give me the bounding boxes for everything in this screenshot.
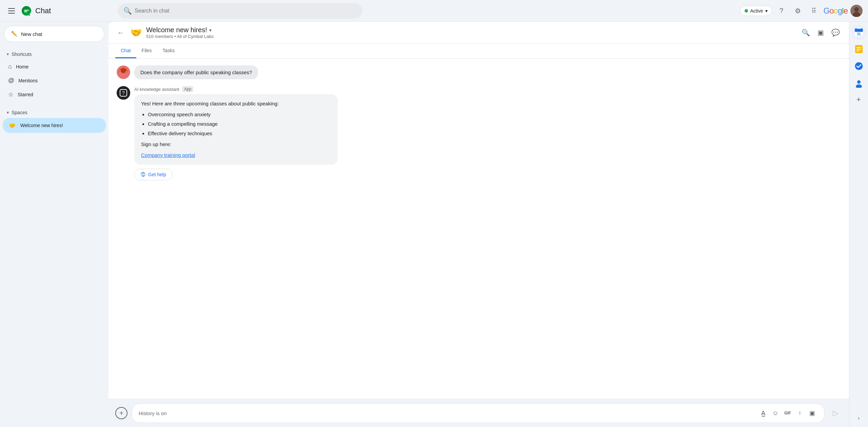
spaces-label: Spaces [12, 110, 27, 115]
spaces-section: ▾ Spaces 🤝 Welcome new hires! [3, 104, 106, 136]
sidebar-item-mentions[interactable]: @ Mentions [3, 74, 106, 87]
send-button[interactable]: ▷ [829, 406, 842, 420]
active-label: Active [750, 8, 763, 14]
chat-header-actions: 🔍 ▣ 💬 [799, 26, 842, 39]
svg-point-26 [856, 84, 862, 88]
chat-header-subtitle: 510 members • All of Cymbal Labs [146, 34, 795, 39]
home-icon: ⌂ [8, 63, 12, 70]
chat-content: ← 🤝 Welcome new hires! ▾ 510 members • A… [108, 22, 849, 427]
expand-panel-button[interactable]: › [853, 412, 865, 424]
threads-icon[interactable]: 💬 [829, 26, 842, 39]
svg-rect-18 [855, 29, 863, 32]
header-separator: • [174, 34, 177, 39]
toggle-panel-icon[interactable]: ▣ [814, 26, 827, 39]
shortcuts-section: ▾ Shortcuts ⌂ Home @ Mentions ☆ Starred [3, 46, 106, 104]
star-icon: ☆ [8, 91, 14, 98]
spaces-header[interactable]: ▾ Spaces [3, 107, 106, 118]
tab-chat[interactable]: Chat [115, 44, 136, 58]
search-input[interactable] [135, 8, 357, 14]
svg-rect-21 [856, 47, 861, 48]
video-call-icon[interactable]: ▣ [807, 408, 817, 419]
svg-rect-22 [856, 49, 861, 49]
topbar: Chat 🔍 Active ▾ ? ⚙ ⠿ Google [0, 0, 868, 22]
get-help-label: Get help [148, 172, 166, 177]
chat-title: Welcome new hires! ▾ [146, 26, 795, 34]
get-help-button[interactable]: ⓵ Get help [134, 169, 173, 180]
ai-signup-text: Sign up here: [141, 140, 331, 148]
chat-header: ← 🤝 Welcome new hires! ▾ 510 members • A… [108, 22, 849, 44]
search-chat-icon[interactable]: 🔍 [799, 26, 812, 39]
topbar-left: Chat [5, 5, 114, 17]
right-sidebar-tasks[interactable] [851, 58, 867, 74]
list-item: Crafting a compelling message [148, 120, 331, 128]
chevron-icon: ▾ [7, 110, 9, 115]
chevron-icon: ▾ [7, 52, 9, 57]
svg-point-4 [854, 7, 859, 12]
list-item: Effective delivery techniques [148, 129, 331, 138]
org-name: All of Cymbal Labs [177, 34, 214, 39]
help-icon[interactable]: ? [775, 4, 788, 18]
message-input-placeholder: History is on [139, 410, 754, 416]
svg-point-25 [857, 80, 861, 84]
sidebar-item-welcome-space[interactable]: 🤝 Welcome new hires! [3, 118, 106, 133]
user-avatar[interactable] [850, 5, 863, 17]
ai-list: Overcoming speech anxiety Crafting a com… [141, 110, 331, 138]
chat-title-text: Welcome new hires! [146, 26, 207, 34]
new-chat-button[interactable]: ✏️ New chat [4, 26, 104, 42]
svg-rect-2 [24, 11, 27, 12]
input-actions: A̲ ☺ GIF ↑ ▣ [758, 408, 817, 419]
tab-files[interactable]: Files [136, 44, 157, 58]
right-sidebar-contacts[interactable] [851, 75, 867, 91]
ai-bubble: Yes! Here are three upcoming classes abo… [134, 94, 338, 165]
right-sidebar: 31 + › [849, 22, 868, 427]
tab-tasks[interactable]: Tasks [157, 44, 180, 58]
gif-icon[interactable]: GIF [782, 408, 793, 419]
chat-header-info: Welcome new hires! ▾ 510 members • All o… [146, 26, 795, 39]
sidebar-item-label: Home [16, 64, 28, 69]
menu-icon[interactable] [5, 5, 18, 16]
app-title: Chat [35, 6, 51, 15]
upload-icon[interactable]: ↑ [794, 408, 805, 419]
sidebar-item-label: Welcome new hires! [20, 123, 63, 128]
messages-area: Does the company offer public speaking c… [108, 59, 849, 399]
sidebar-item-home[interactable]: ⌂ Home [3, 60, 106, 74]
company-training-link[interactable]: Company training portal [141, 152, 195, 158]
svg-point-24 [855, 62, 863, 70]
topbar-right: Active ▾ ? ⚙ ⠿ Google [740, 4, 863, 18]
right-sidebar-add-button[interactable]: + [853, 94, 865, 106]
right-sidebar-calendar[interactable]: 31 [851, 24, 867, 40]
shortcuts-header[interactable]: ▾ Shortcuts [3, 49, 106, 60]
format-text-icon[interactable]: A̲ [758, 408, 769, 419]
add-attachment-button[interactable]: + [115, 407, 127, 419]
message-input-container: History is on A̲ ☺ GIF ↑ ▣ [132, 403, 825, 423]
user-bubble: Does the company offer public speaking c… [134, 65, 258, 79]
settings-icon[interactable]: ⚙ [791, 4, 805, 18]
ai-app-badge: App [182, 86, 193, 92]
get-help-icon: ⓵ [141, 172, 145, 177]
sidebar-item-starred[interactable]: ☆ Starred [3, 87, 106, 102]
svg-rect-23 [856, 50, 860, 51]
active-dot [745, 9, 748, 13]
chevron-down-icon: ▾ [765, 8, 768, 14]
search-bar[interactable]: 🔍 [118, 3, 362, 19]
ai-avatar: ? [117, 86, 130, 100]
title-dropdown-icon[interactable]: ▾ [209, 27, 212, 33]
main: ✏️ New chat ▾ Shortcuts ⌂ Home @ Mention… [0, 22, 868, 427]
shortcuts-label: Shortcuts [12, 52, 32, 57]
active-status-button[interactable]: Active ▾ [740, 6, 772, 16]
chat-logo [20, 5, 33, 17]
search-icon: 🔍 [123, 7, 132, 15]
ai-sender-row: AI knowledge assistant App [134, 86, 841, 92]
space-emoji: 🤝 [8, 121, 16, 129]
ai-content: AI knowledge assistant App Yes! Here are… [134, 86, 841, 180]
sidebar-item-label: Starred [18, 92, 33, 97]
emoji-icon[interactable]: ☺ [770, 408, 781, 419]
back-button[interactable]: ← [115, 27, 126, 39]
svg-text:31: 31 [857, 32, 861, 36]
apps-icon[interactable]: ⠿ [807, 4, 821, 18]
ai-message: ? AI knowledge assistant App Yes! Here a… [117, 86, 841, 180]
svg-rect-1 [24, 10, 29, 11]
space-header-emoji: 🤝 [130, 27, 142, 38]
right-sidebar-notes[interactable] [851, 41, 867, 57]
ai-response-intro: Yes! Here are three upcoming classes abo… [141, 101, 279, 106]
